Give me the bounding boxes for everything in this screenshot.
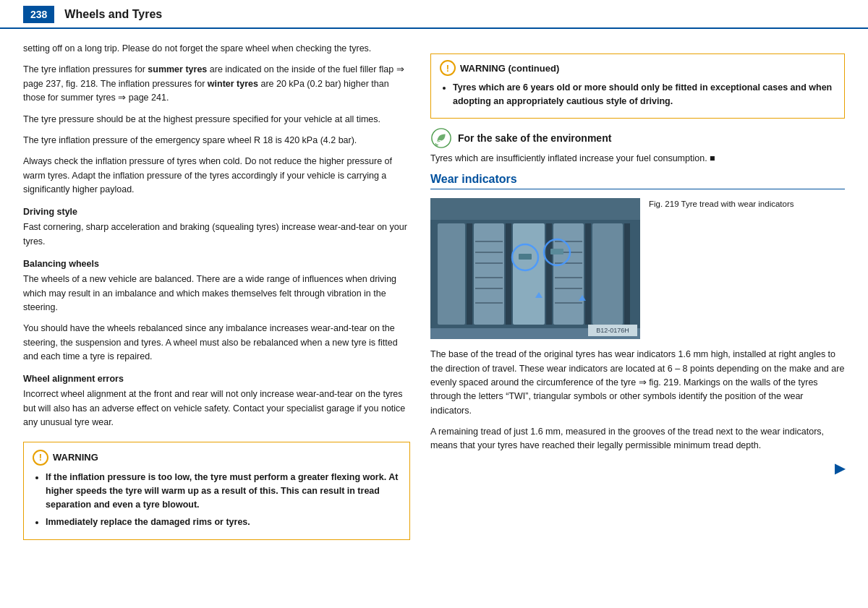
warning-continued-box: ! WARNING (continued) Tyres which are 6 … — [430, 53, 845, 119]
svg-rect-5 — [474, 223, 504, 325]
left-column: setting off on a long trip. Please do no… — [23, 42, 410, 540]
chapter-title: Wheels and Tyres — [64, 8, 162, 21]
page-number: 238 — [23, 6, 54, 23]
environment-title: For the sake of the environment — [458, 132, 611, 144]
environment-icon — [430, 127, 452, 149]
fig-caption-text: Tyre tread with wear indicators — [681, 200, 794, 208]
warning-item-2: Immediately replace the damaged rims or … — [46, 515, 401, 529]
warning-item-1: If the inflation pressure is too low, th… — [46, 471, 401, 513]
svg-rect-4 — [467, 223, 472, 325]
warning-continued-title: WARNING (continued) — [460, 63, 559, 74]
warning-continued-item-1: Tyres which are 6 years old or more shou… — [453, 81, 835, 109]
wear-para-1: The base of the tread of the original ty… — [430, 348, 845, 418]
balancing-wheels-text: The wheels of a new vehicle are balanced… — [23, 273, 410, 314]
balancing-wheels-heading: Balancing wheels — [23, 259, 410, 269]
svg-text:B12-0176H: B12-0176H — [596, 327, 629, 334]
tyre-image: B12-0176H — [430, 198, 640, 339]
svg-rect-6 — [506, 223, 511, 325]
wheel-alignment-text: Incorrect wheel alignment at the front a… — [23, 388, 410, 429]
para-4: The tyre inflation pressure of the emerg… — [23, 134, 410, 147]
balancing-wheels-text2: You should have the wheels rebalanced si… — [23, 322, 410, 364]
tyre-image-container: B12-0176H Fig. 219 Tyre tread with wear … — [430, 198, 845, 339]
driving-style-text: Fast cornering, sharp acceleration and b… — [23, 220, 410, 249]
wheel-alignment-heading: Wheel alignment errors — [23, 374, 410, 384]
next-page-arrow[interactable]: ▶ — [430, 461, 845, 476]
svg-rect-12 — [624, 223, 630, 325]
environment-box: For the sake of the environment Tyres wh… — [430, 127, 845, 166]
warning-list: If the inflation pressure is too low, th… — [33, 471, 401, 530]
right-column: ! WARNING (continued) Tyres which are 6 … — [430, 42, 845, 540]
content-area: setting off on a long trip. Please do no… — [0, 42, 868, 540]
svg-rect-7 — [513, 223, 545, 325]
svg-rect-3 — [438, 223, 465, 325]
svg-rect-26 — [519, 254, 532, 260]
svg-rect-8 — [546, 223, 552, 325]
svg-rect-28 — [550, 249, 563, 254]
svg-rect-11 — [592, 223, 623, 325]
warning-continued-list: Tyres which are 6 years old or more shou… — [440, 81, 835, 109]
warning-continued-icon: ! — [440, 60, 456, 76]
tyre-tread-svg: B12-0176H — [430, 198, 640, 339]
wear-indicators-heading: Wear indicators — [430, 173, 845, 189]
svg-rect-10 — [585, 223, 591, 325]
fig-caption-num: Fig. 219 — [649, 200, 679, 208]
environment-header: For the sake of the environment — [430, 127, 845, 149]
para-2: The tyre inflation pressures for summer … — [23, 63, 410, 105]
page-header: 238 Wheels and Tyres — [0, 0, 868, 29]
environment-text: Tyres which are insufficiently inflated … — [430, 152, 845, 166]
warning-continued-header: ! WARNING (continued) — [440, 60, 835, 76]
fig-caption: Fig. 219 Tyre tread with wear indicators — [649, 198, 845, 210]
driving-style-heading: Driving style — [23, 207, 410, 217]
wear-para-2: A remaining tread of just 1.6 mm, measur… — [430, 425, 845, 453]
svg-rect-33 — [430, 198, 640, 220]
para-5: Always check the inflation pressure of t… — [23, 155, 410, 197]
para-3: The tyre pressure should be at the highe… — [23, 113, 410, 127]
warning-title: WARNING — [53, 452, 98, 463]
warning-icon: ! — [33, 450, 48, 466]
warning-box: ! WARNING If the inflation pressure is t… — [23, 442, 410, 541]
para-1: setting off on a long trip. Please do no… — [23, 42, 410, 56]
warning-header: ! WARNING — [33, 450, 401, 466]
